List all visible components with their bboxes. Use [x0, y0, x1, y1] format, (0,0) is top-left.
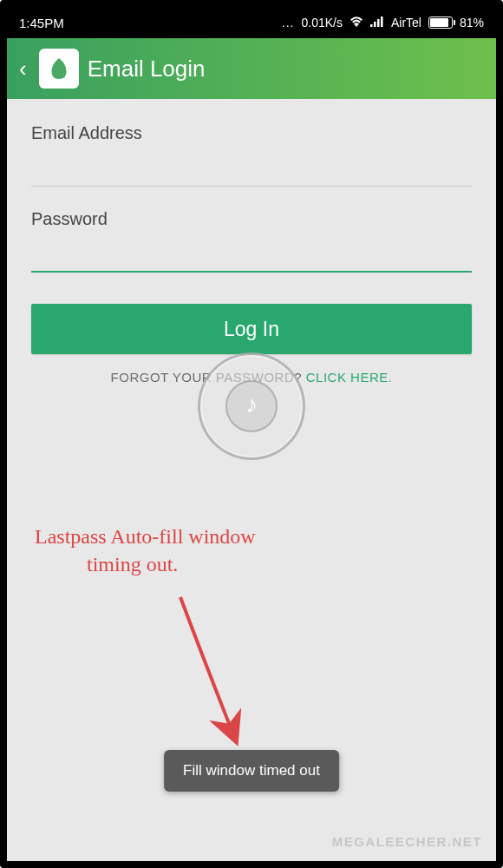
battery-icon — [428, 16, 453, 29]
email-label: Email Address — [31, 123, 472, 143]
login-form: Email Address Password Log In FORGOT YOU… — [7, 99, 496, 385]
page-title: Email Login — [88, 56, 206, 82]
status-carrier: AirTel — [391, 16, 421, 30]
annotation-line2: timing out. — [35, 550, 256, 578]
login-button[interactable]: Log In — [31, 304, 472, 354]
status-speed: 0.01K/s — [301, 16, 342, 30]
status-dots: ... — [282, 16, 295, 30]
status-time: 1:45PM — [19, 16, 64, 30]
app-header: ‹ Email Login — [7, 38, 496, 99]
back-button[interactable]: ‹ — [16, 56, 30, 82]
svg-rect-0 — [370, 24, 373, 27]
email-input[interactable] — [31, 152, 472, 187]
spinner-inner: ♪ — [225, 380, 278, 432]
battery-percent: 81% — [460, 16, 484, 30]
status-bar: 1:45PM ... 0.01K/s AirTel 81% — [7, 7, 496, 38]
annotation-arrow — [163, 589, 267, 762]
loading-spinner: ♪ — [198, 352, 305, 460]
svg-rect-1 — [374, 22, 376, 27]
watermark: MEGALEECHER.NET — [332, 834, 482, 849]
annotation-line1: Lastpass Auto-fill window — [35, 523, 256, 550]
wifi-icon — [349, 16, 363, 30]
music-note-icon: ♪ — [245, 391, 258, 418]
signal-icon — [370, 16, 384, 30]
forgot-link[interactable]: CLICK HERE. — [306, 370, 393, 385]
toast-message: Fill window timed out — [164, 750, 339, 792]
annotation-text: Lastpass Auto-fill window timing out. — [35, 523, 256, 579]
status-right: ... 0.01K/s AirTel 81% — [282, 16, 484, 30]
password-label: Password — [31, 209, 472, 229]
app-logo — [39, 49, 79, 89]
svg-rect-3 — [381, 16, 383, 27]
svg-rect-2 — [377, 19, 380, 27]
password-input[interactable] — [31, 238, 472, 273]
